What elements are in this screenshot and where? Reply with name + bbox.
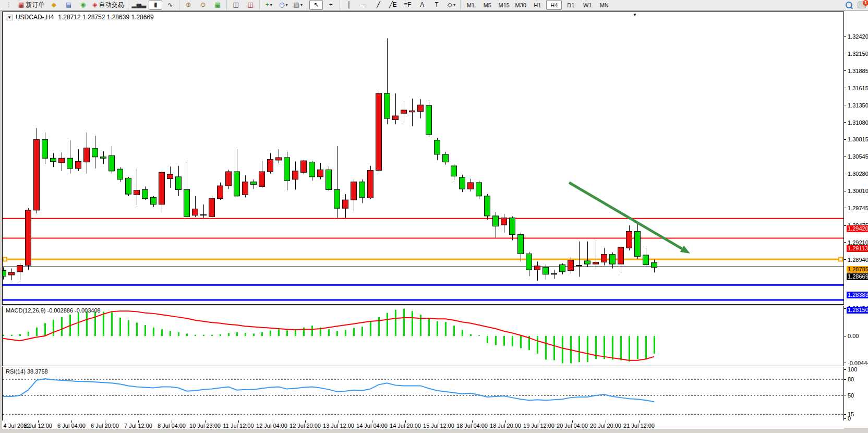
channel-icon[interactable]: ╱E <box>386 0 400 10</box>
axis-tick <box>844 414 846 415</box>
tf-m30[interactable]: M30 <box>513 0 528 10</box>
main-toolbar: ⋮▦新订单◆▤◉◈自动交易▂▅▃▮∿⊕⊖▦◫◫+▾◷▾▧▾↖+│─╱╱E≡FAT… <box>0 0 868 10</box>
tf-h4[interactable]: H4 <box>546 0 562 10</box>
toolbar-group-layout: ◫◫ <box>226 0 259 10</box>
search-icon[interactable] <box>846 2 852 8</box>
tf-m5[interactable]: M5 <box>479 0 495 10</box>
template-icon[interactable]: ▧▾ <box>291 0 305 10</box>
text-label-icon[interactable]: T <box>430 0 443 10</box>
time-axis[interactable]: 4 Jul 20225 Jul 12:006 Jul 04:006 Jul 20… <box>2 420 844 429</box>
vertical-line-icon: │ <box>347 1 352 9</box>
axis-tick <box>844 225 846 226</box>
auto-arrange-icon: ◫ <box>233 1 239 9</box>
time-label: 5 Jul 12:00 <box>24 423 52 429</box>
text-label-icon: T <box>435 1 439 9</box>
resistance-line-1-price-label: 1.29420 <box>847 225 868 232</box>
time-label: 8 Jul 04:00 <box>158 423 186 429</box>
pivot-line-handle-left[interactable] <box>3 257 7 261</box>
axis-tick <box>844 395 846 395</box>
shapes-icon-caret[interactable]: ▾ <box>453 3 455 7</box>
signals-icon[interactable]: ◉ <box>76 0 90 10</box>
crosshair-icon[interactable]: + <box>324 0 337 10</box>
macd-chart[interactable] <box>3 306 843 366</box>
fibonacci-icon[interactable]: ≡F <box>401 0 414 10</box>
trendline-icon[interactable]: ╱ <box>371 0 385 10</box>
axis-tick-label: 1.30280 <box>848 171 868 177</box>
time-label: 15 Jul 12:00 <box>423 423 454 429</box>
axis-tick-label: 1.30815 <box>848 136 868 142</box>
publish-chart-icon: ▤ <box>66 1 71 9</box>
period-clock-icon[interactable]: ◷▾ <box>276 0 290 10</box>
auto-arrange-icon[interactable]: ◫ <box>229 0 243 10</box>
add-indicator-icon-caret[interactable]: ▾ <box>270 3 272 7</box>
tf-d1[interactable]: D1 <box>563 0 578 10</box>
one-click-trading-icon[interactable]: ▼ <box>633 13 637 17</box>
axis-tick-label: 50 <box>848 392 854 399</box>
window-bottom-strip <box>0 429 868 433</box>
tf-m1[interactable]: M1 <box>463 0 478 10</box>
tf-m15[interactable]: M15 <box>496 0 512 10</box>
axis-tick <box>844 336 846 336</box>
axis-tick <box>844 379 846 380</box>
new-order-button[interactable]: ▦新订单 <box>17 0 46 10</box>
cascade-icon[interactable]: ◫ <box>244 0 257 10</box>
axis-tick-label: 1.31080 <box>848 119 868 126</box>
template-icon-caret[interactable]: ▾ <box>300 3 303 7</box>
time-label: 14 Jul 20:00 <box>390 423 421 429</box>
rsi-chart[interactable] <box>3 367 843 420</box>
resistance-line-2-price-label: 1.29113 <box>847 245 868 252</box>
axis-tick-label: 1.30010 <box>848 188 868 194</box>
axis-tick-label: 0 <box>848 415 851 422</box>
tf-h1[interactable]: H1 <box>529 0 545 10</box>
gold-ingot-icon[interactable]: ◆ <box>47 0 61 10</box>
publish-chart-icon[interactable]: ▤ <box>62 0 75 10</box>
period-clock-icon: ◷ <box>279 1 284 9</box>
chart-ohlc-quote: 1.28712 1.28752 1.28639 1.28669 <box>58 14 154 21</box>
toolbar-group-insert: +▾◷▾▧▾ <box>259 0 307 10</box>
zoom-out-icon: ⊖ <box>200 1 206 9</box>
current-price-line-price-label: 1.28669 <box>847 273 868 280</box>
axis-tick-label: 1.31350 <box>848 102 868 109</box>
candlestick-chart-icon[interactable]: ▮ <box>149 0 162 10</box>
axis-tick-label: -0.004443 <box>848 360 868 366</box>
horizontal-line-icon: ─ <box>361 1 366 9</box>
cursor-icon[interactable]: ↖ <box>309 0 323 10</box>
new-order-button-label: 新订单 <box>26 1 44 9</box>
chart-window: ▼ USDCAD-,H4 1.28712 1.28752 1.28639 1.2… <box>2 11 868 428</box>
rsi-pane[interactable]: RSI(14) 38.3758 <box>2 367 844 421</box>
horizontal-line-icon[interactable]: ─ <box>357 0 370 10</box>
text-icon[interactable]: A <box>415 0 429 10</box>
axis-tick-label: 100 <box>848 366 857 372</box>
toolbar-group-zoom: ⊕⊖▦ <box>179 0 226 10</box>
autotrading-button: ◈ <box>92 1 97 9</box>
shapes-icon[interactable]: ◇▾ <box>444 0 458 10</box>
tf-mn[interactable]: MN <box>596 0 612 10</box>
notifications-icon[interactable]: 1 <box>858 2 866 8</box>
tile-windows-icon[interactable]: ▦ <box>211 0 224 10</box>
autotrading-button[interactable]: ◈自动交易 <box>91 0 125 10</box>
candlestick-chart[interactable] <box>3 12 843 304</box>
axis-tick <box>844 363 846 363</box>
vertical-line-icon[interactable]: │ <box>342 0 356 10</box>
price-chart-pane[interactable]: ▼ USDCAD-,H4 1.28712 1.28752 1.28639 1.2… <box>2 11 844 305</box>
time-label: 18 Jul 04:00 <box>456 423 488 429</box>
time-label: 12 Jul 04:00 <box>256 423 287 429</box>
grip-icon: ⋮ <box>2 0 16 10</box>
signals-icon: ◉ <box>80 1 86 9</box>
macd-pane[interactable]: MACD(12,26,9) -0.002886 -0.003408 <box>2 306 844 366</box>
pivot-line-handle-right[interactable] <box>839 257 842 261</box>
zoom-in-icon[interactable]: ⊕ <box>182 0 195 10</box>
text-icon: A <box>420 1 424 9</box>
toolbar-group-objects: │─╱╱E≡FAT◇▾ <box>340 0 460 10</box>
add-indicator-icon[interactable]: +▾ <box>262 0 275 10</box>
price-axis[interactable]: 1.324201.321501.318851.316151.313501.310… <box>844 11 868 433</box>
zoom-out-icon[interactable]: ⊖ <box>196 0 210 10</box>
chart-collapse-icon[interactable]: ▼ <box>6 15 13 20</box>
time-label: 6 Jul 20:00 <box>91 423 119 429</box>
line-chart-icon[interactable]: ∿ <box>163 0 177 10</box>
tile-windows-icon: ▦ <box>215 1 221 9</box>
bar-chart-icon[interactable]: ▂▅▃ <box>130 0 148 10</box>
period-clock-icon-caret[interactable]: ▾ <box>286 3 288 7</box>
new-order-button: ▦ <box>18 1 24 9</box>
tf-w1[interactable]: W1 <box>580 0 595 10</box>
